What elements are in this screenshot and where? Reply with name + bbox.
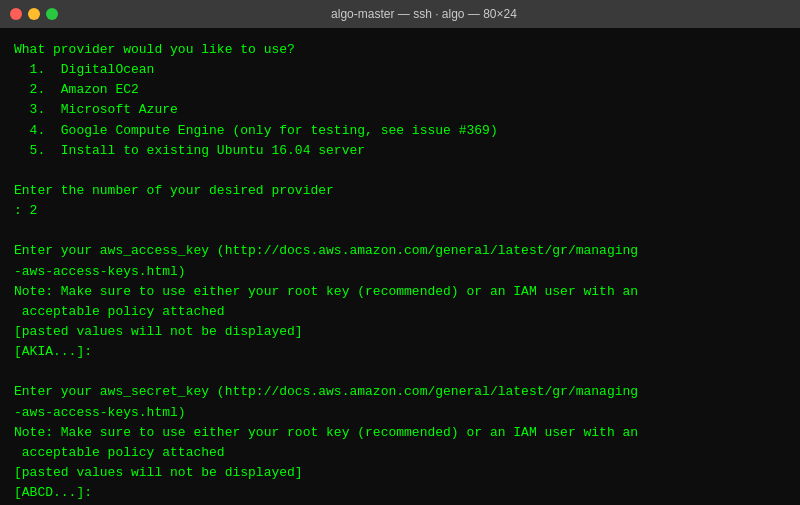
titlebar: algo-master — ssh · algo — 80×24 [0,0,800,28]
terminal-line-21: [pasted values will not be displayed] [14,463,786,483]
terminal-blank-2 [14,221,786,241]
terminal-line-1: 1. DigitalOcean [14,60,786,80]
terminal-line-22: [ABCD...]: [14,483,786,503]
minimize-button[interactable] [28,8,40,20]
terminal-line-3: 3. Microsoft Azure [14,100,786,120]
maximize-button[interactable] [46,8,58,20]
terminal-body[interactable]: What provider would you like to use? 1. … [0,28,800,505]
terminal-line-5: 5. Install to existing Ubuntu 16.04 serv… [14,141,786,161]
terminal-line-10: Enter your aws_access_key (http://docs.a… [14,241,786,261]
terminal-line-13: acceptable policy attached [14,302,786,322]
terminal-line-11: -aws-access-keys.html) [14,262,786,282]
terminal-window: algo-master — ssh · algo — 80×24 What pr… [0,0,800,505]
close-button[interactable] [10,8,22,20]
terminal-line-19: Note: Make sure to use either your root … [14,423,786,443]
terminal-line-0: What provider would you like to use? [14,40,786,60]
terminal-line-12: Note: Make sure to use either your root … [14,282,786,302]
terminal-blank-3 [14,362,786,382]
terminal-line-20: acceptable policy attached [14,443,786,463]
terminal-line-4: 4. Google Compute Engine (only for testi… [14,121,786,141]
window-buttons [10,8,58,20]
window-title: algo-master — ssh · algo — 80×24 [58,7,790,21]
terminal-blank-1 [14,161,786,181]
terminal-line-18: -aws-access-keys.html) [14,403,786,423]
terminal-line-8: : 2 [14,201,786,221]
terminal-line-17: Enter your aws_secret_key (http://docs.a… [14,382,786,402]
terminal-line-2: 2. Amazon EC2 [14,80,786,100]
terminal-line-7: Enter the number of your desired provide… [14,181,786,201]
terminal-line-15: [AKIA...]: [14,342,786,362]
terminal-line-14: [pasted values will not be displayed] [14,322,786,342]
